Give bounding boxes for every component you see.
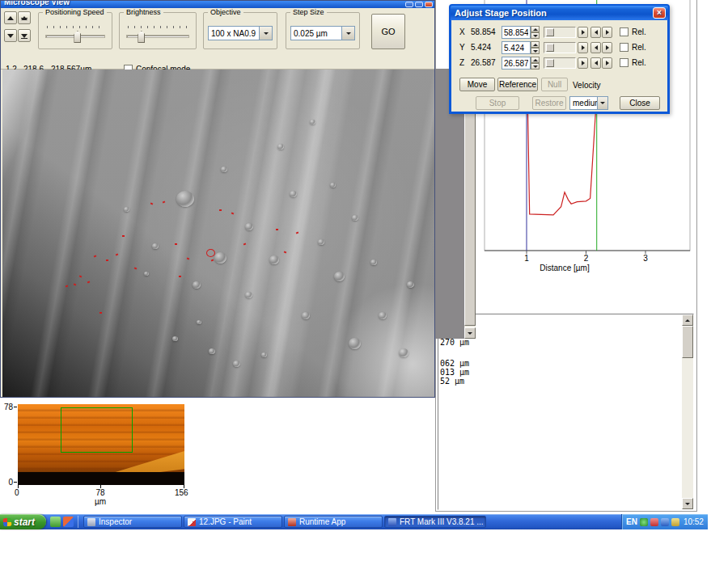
start-button[interactable]: start xyxy=(0,514,46,529)
quick-launch-icon-2[interactable] xyxy=(63,517,74,527)
y-rel-checkbox[interactable] xyxy=(620,43,629,52)
slider-thumb[interactable] xyxy=(546,44,554,52)
spin-down-icon[interactable] xyxy=(531,63,540,70)
stage-down-button[interactable] xyxy=(4,29,17,42)
paint-icon xyxy=(188,518,196,526)
z-step-down-button[interactable] xyxy=(590,57,601,69)
brightness-slider[interactable] xyxy=(125,24,191,48)
quick-launch-icon-1[interactable] xyxy=(50,517,61,527)
scroll-up-button[interactable] xyxy=(682,314,693,326)
minimize-button[interactable] xyxy=(405,2,413,7)
x-step-down-button[interactable] xyxy=(590,27,601,38)
objective-select[interactable]: 100 x NA0.9 xyxy=(208,26,273,40)
measurements-scrollbar[interactable] xyxy=(682,314,693,509)
z-rel-checkbox[interactable] xyxy=(620,58,629,67)
x-slider[interactable] xyxy=(544,27,576,38)
task-button-frt-mark-iii[interactable]: FRT Mark III V3.8.21 ... xyxy=(384,516,486,528)
axis-position-value: 26.587 xyxy=(471,58,496,67)
task-button-paint[interactable]: 12.JPG - Paint xyxy=(184,516,282,528)
stage-bottom-button[interactable] xyxy=(18,29,31,42)
restore-button[interactable]: Restore xyxy=(532,96,566,110)
y-spinner[interactable] xyxy=(531,41,540,54)
x-axis-tick-label: 78 xyxy=(92,488,108,497)
slider-track[interactable] xyxy=(126,35,189,38)
dropdown-arrow-icon[interactable] xyxy=(259,27,272,40)
slider-thumb[interactable] xyxy=(546,59,554,67)
close-dialog-button[interactable]: Close xyxy=(620,96,660,110)
go-button[interactable]: GO xyxy=(371,14,405,49)
y-step-up-button[interactable] xyxy=(602,42,612,53)
axis-tick xyxy=(14,407,17,407)
null-button[interactable]: Null xyxy=(541,78,568,91)
stage-up-button[interactable] xyxy=(4,11,17,24)
microscope-live-image[interactable] xyxy=(2,70,434,397)
z-position-input[interactable] xyxy=(502,57,531,70)
windows-flag-icon xyxy=(3,517,12,526)
droplet xyxy=(310,120,315,124)
spin-down-icon[interactable] xyxy=(531,32,540,39)
y-step-down-button[interactable] xyxy=(590,42,601,53)
velocity-value: medium xyxy=(570,99,597,108)
x-scroll-right-button[interactable] xyxy=(578,27,588,38)
language-indicator[interactable]: EN xyxy=(626,517,637,526)
z-spinner[interactable] xyxy=(531,57,540,70)
step-size-select[interactable]: 0.025 µm xyxy=(290,26,355,40)
x-step-up-button[interactable] xyxy=(602,27,612,38)
tray-icon-1[interactable] xyxy=(640,518,648,526)
y-slider[interactable] xyxy=(544,42,576,53)
slider-thumb[interactable] xyxy=(138,31,145,43)
x-axis-label: Distance [µm] xyxy=(540,264,590,272)
close-button[interactable] xyxy=(425,2,433,7)
arrow-down-icon xyxy=(7,34,14,38)
maximize-button[interactable] xyxy=(415,2,423,7)
tray-icon-2[interactable] xyxy=(650,518,658,526)
dialog-titlebar[interactable]: Adjust Stage Position × xyxy=(451,6,668,20)
velocity-select[interactable]: medium xyxy=(569,96,608,110)
x-spinner[interactable] xyxy=(531,26,540,39)
droplet xyxy=(233,361,240,367)
task-button-runtime-app[interactable]: Runtime App xyxy=(284,516,383,528)
droplet xyxy=(193,281,201,289)
scroll-down-button[interactable] xyxy=(464,327,476,339)
z-step-up-button[interactable] xyxy=(602,57,612,69)
close-icon[interactable]: × xyxy=(653,7,666,19)
slider-thumb[interactable] xyxy=(74,31,81,43)
axis-label: X xyxy=(459,27,465,36)
x-rel-checkbox[interactable] xyxy=(620,27,629,36)
x-axis-tick-label: 1 xyxy=(524,254,529,263)
axis-label: Y xyxy=(459,43,465,52)
dropdown-arrow-icon[interactable] xyxy=(597,97,607,109)
move-button[interactable]: Move xyxy=(459,78,495,91)
task-button-inspector[interactable]: Inspector xyxy=(83,516,182,528)
stop-button[interactable]: Stop xyxy=(476,96,519,110)
slider-thumb[interactable] xyxy=(546,28,554,36)
brightness-group: Brightness xyxy=(119,12,197,49)
measurement-line: 270 µm xyxy=(440,338,469,347)
y-axis-tick-label: 0 xyxy=(0,478,13,487)
laser-mark xyxy=(296,231,299,234)
reference-button[interactable]: Reference xyxy=(497,78,538,91)
z-scroll-right-button[interactable] xyxy=(578,57,588,69)
microscope-window-titlebar[interactable]: Microscope View xyxy=(1,1,434,8)
spin-up-icon[interactable] xyxy=(531,26,540,32)
dropdown-arrow-icon[interactable] xyxy=(341,27,354,40)
scroll-down-button[interactable] xyxy=(682,498,693,509)
spin-up-icon[interactable] xyxy=(531,57,540,63)
scan-region-rectangle[interactable] xyxy=(61,407,133,453)
y-position-input[interactable] xyxy=(502,41,531,54)
positioning-speed-slider[interactable] xyxy=(44,24,107,48)
x-position-input[interactable] xyxy=(502,26,531,39)
y-scroll-right-button[interactable] xyxy=(578,42,588,53)
spin-down-icon[interactable] xyxy=(531,48,540,54)
droplet xyxy=(209,348,215,354)
positioning-speed-group: Positioning Speed xyxy=(38,12,112,49)
scroll-thumb[interactable] xyxy=(682,326,693,358)
laser-mark xyxy=(87,280,91,283)
tray-icon-4[interactable] xyxy=(671,518,679,526)
laser-mark xyxy=(79,275,83,277)
spin-up-icon[interactable] xyxy=(531,41,540,48)
x-axis-tick-label: 3 xyxy=(643,254,648,263)
z-slider[interactable] xyxy=(544,57,576,69)
tray-icon-3[interactable] xyxy=(661,518,669,526)
stage-top-button[interactable] xyxy=(18,11,31,24)
